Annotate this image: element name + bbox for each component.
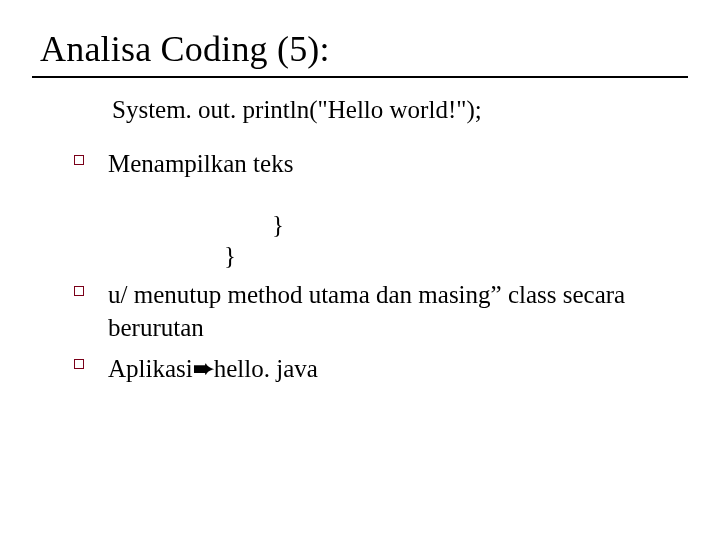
bullet-text-3-pre: Aplikasi bbox=[108, 355, 193, 382]
closing-brace-outer: } bbox=[224, 240, 680, 271]
bullet-item-3: Aplikasi➨hello. java bbox=[72, 352, 680, 386]
arrow-icon: ➨ bbox=[193, 352, 214, 385]
code-line: System. out. println("Hello world!"); bbox=[112, 96, 680, 124]
bullet-list: Menampilkan teks } } u/ menutup method u… bbox=[72, 148, 680, 386]
bullet-text-2: u/ menutup method utama dan masing” clas… bbox=[108, 281, 625, 341]
bullet-item-2: u/ menutup method utama dan masing” clas… bbox=[72, 279, 680, 344]
closing-brace-inner: } bbox=[272, 209, 680, 240]
bullet-text-3-post: hello. java bbox=[214, 355, 318, 382]
brace-block: } } bbox=[176, 209, 680, 272]
title-underline bbox=[32, 76, 688, 78]
bullet-text-1: Menampilkan teks bbox=[108, 150, 293, 177]
spacer bbox=[108, 181, 680, 209]
slide: Analisa Coding (5): System. out. println… bbox=[0, 0, 720, 540]
bullet-item-1: Menampilkan teks } } bbox=[72, 148, 680, 271]
slide-title: Analisa Coding (5): bbox=[40, 28, 680, 70]
